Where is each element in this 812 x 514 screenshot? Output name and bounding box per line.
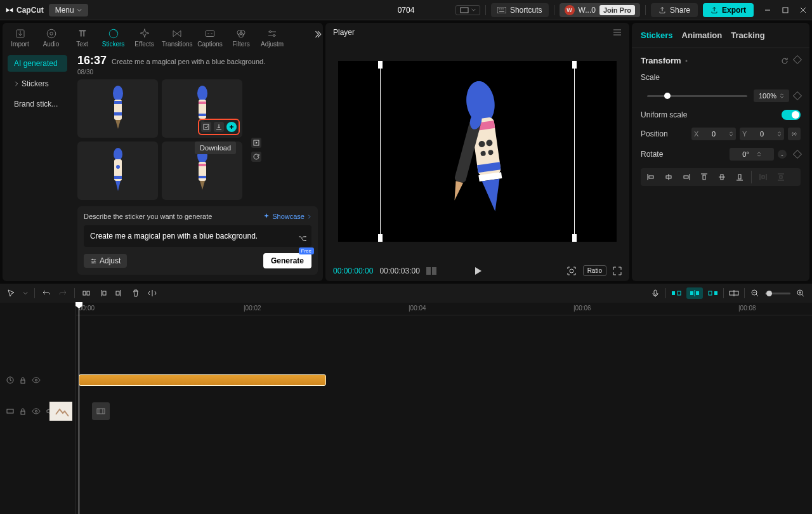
tab-transitions[interactable]: Transitions bbox=[160, 25, 194, 50]
undo-icon[interactable] bbox=[41, 288, 51, 298]
scan-icon[interactable] bbox=[566, 266, 577, 276]
menu-button[interactable]: Menu bbox=[49, 4, 88, 16]
magnet-right-icon[interactable] bbox=[708, 288, 718, 298]
crop-handle-right[interactable] bbox=[574, 61, 575, 242]
export-button[interactable]: Export bbox=[703, 3, 754, 17]
tab-animation[interactable]: Animation bbox=[682, 30, 723, 40]
chevron-down-icon[interactable] bbox=[23, 291, 28, 296]
download-icon[interactable] bbox=[214, 122, 224, 132]
video-track[interactable] bbox=[76, 397, 812, 426]
eye-icon[interactable] bbox=[32, 377, 41, 383]
maximize-button[interactable] bbox=[782, 6, 789, 14]
video-clip-placeholder[interactable] bbox=[92, 402, 110, 420]
tab-stickers-props[interactable]: Stickers bbox=[641, 30, 673, 40]
delete-icon[interactable] bbox=[131, 288, 141, 298]
tab-adjustment[interactable]: Adjustm bbox=[258, 25, 287, 50]
share-button[interactable]: Share bbox=[651, 3, 698, 17]
player-menu-icon[interactable] bbox=[613, 29, 622, 36]
rotate-keyframe-icon[interactable] bbox=[793, 150, 802, 159]
cursor-tool-icon[interactable] bbox=[6, 288, 16, 298]
distribute-v-icon[interactable] bbox=[773, 171, 789, 183]
sidebar-item-brand[interactable]: Brand stick... bbox=[8, 96, 67, 112]
video-thumbnail[interactable] bbox=[49, 402, 72, 421]
split-icon[interactable] bbox=[81, 288, 91, 298]
edit-icon[interactable] bbox=[201, 122, 211, 132]
align-right-icon[interactable] bbox=[679, 171, 694, 183]
adjust-button[interactable]: Adjust bbox=[84, 254, 127, 268]
split-right-icon[interactable] bbox=[114, 288, 124, 298]
aspect-badge[interactable] bbox=[455, 5, 480, 15]
tab-import[interactable]: Import bbox=[5, 25, 35, 50]
user-badge[interactable]: W W...0 Join Pro bbox=[560, 3, 640, 17]
preview-canvas[interactable] bbox=[338, 61, 617, 242]
sidebar-item-stickers[interactable]: Stickers bbox=[8, 76, 67, 92]
mic-icon[interactable] bbox=[650, 288, 660, 298]
add-icon[interactable] bbox=[226, 122, 237, 132]
redo-icon[interactable] bbox=[58, 288, 68, 298]
regenerate-icon[interactable] bbox=[251, 138, 261, 148]
position-x-input[interactable]: X0 bbox=[691, 128, 736, 140]
sticker-track[interactable] bbox=[76, 372, 812, 388]
zoom-in-icon[interactable] bbox=[796, 288, 806, 298]
uniform-scale-toggle[interactable] bbox=[782, 110, 801, 120]
tab-effects[interactable]: Effects bbox=[129, 25, 159, 50]
rotate-reset-icon[interactable]: - bbox=[778, 150, 787, 159]
video-track-icon[interactable] bbox=[6, 407, 14, 415]
align-top-icon[interactable] bbox=[697, 171, 712, 183]
scale-slider[interactable] bbox=[647, 95, 747, 97]
lock-icon[interactable] bbox=[19, 407, 27, 415]
playhead[interactable] bbox=[79, 303, 79, 514]
refresh-icon[interactable] bbox=[251, 152, 261, 162]
close-button[interactable] bbox=[799, 6, 807, 14]
shortcuts-button[interactable]: Shortcuts bbox=[491, 3, 549, 17]
sticker-result-1[interactable] bbox=[77, 79, 158, 138]
reset-icon[interactable] bbox=[780, 56, 789, 65]
align-bottom-icon[interactable] bbox=[732, 171, 747, 183]
generate-button[interactable]: Generate bbox=[263, 253, 311, 268]
sticker-clip[interactable] bbox=[79, 374, 326, 386]
keyframe-icon[interactable] bbox=[793, 55, 802, 63]
sidebar-item-ai-generated[interactable]: AI generated bbox=[8, 55, 67, 72]
position-y-input[interactable]: Y0 bbox=[740, 128, 784, 140]
showcase-button[interactable]: Showcase bbox=[263, 213, 311, 220]
shuffle-icon[interactable] bbox=[298, 234, 306, 243]
preview-track-icon[interactable] bbox=[729, 288, 739, 298]
tab-filters[interactable]: Filters bbox=[226, 25, 256, 50]
sticker-result-2[interactable]: Download bbox=[162, 79, 242, 138]
scale-keyframe-icon[interactable] bbox=[793, 91, 802, 100]
clock-icon[interactable] bbox=[6, 376, 14, 384]
align-center-h-icon[interactable] bbox=[661, 171, 676, 183]
sticker-result-3[interactable] bbox=[77, 142, 158, 200]
timeline-ruler[interactable]: 00:00 |00:02 |00:04 |00:06 |00:08 bbox=[76, 303, 812, 315]
magnet-left-icon[interactable] bbox=[671, 288, 681, 298]
prompt-input[interactable]: Create me a magical pen with a blue back… bbox=[84, 225, 311, 247]
position-link-icon[interactable] bbox=[788, 128, 801, 140]
minimize-button[interactable] bbox=[764, 6, 771, 14]
join-pro-badge[interactable]: Join Pro bbox=[599, 5, 635, 15]
crop-handle-left[interactable] bbox=[380, 61, 381, 242]
fullscreen-icon[interactable] bbox=[613, 267, 622, 275]
scale-value[interactable]: 100% bbox=[754, 89, 789, 102]
tabs-more-button[interactable] bbox=[314, 30, 322, 38]
compare-icon[interactable] bbox=[426, 267, 436, 275]
timeline-body[interactable]: 00:00 |00:02 |00:04 |00:06 |00:08 bbox=[76, 303, 812, 514]
distribute-h-icon[interactable] bbox=[756, 171, 771, 183]
align-center-v-icon[interactable] bbox=[714, 171, 730, 183]
mirror-icon[interactable] bbox=[147, 288, 157, 298]
tab-stickers[interactable]: Stickers bbox=[98, 25, 128, 50]
eye-icon[interactable] bbox=[32, 408, 41, 414]
zoom-out-icon[interactable] bbox=[750, 288, 760, 298]
split-left-icon[interactable] bbox=[98, 288, 108, 298]
tab-captions[interactable]: Captions bbox=[195, 25, 225, 50]
lock-icon[interactable] bbox=[19, 376, 27, 384]
magnet-center-icon[interactable] bbox=[686, 287, 703, 299]
rotate-input[interactable]: 0° bbox=[730, 148, 774, 161]
preview-sticker[interactable] bbox=[440, 81, 516, 221]
zoom-slider[interactable] bbox=[765, 293, 790, 294]
ratio-button[interactable]: Ratio bbox=[583, 265, 606, 276]
play-button[interactable] bbox=[473, 267, 482, 275]
tab-text[interactable]: Text bbox=[67, 25, 97, 50]
tab-tracking[interactable]: Tracking bbox=[731, 30, 764, 40]
tab-audio[interactable]: Audio bbox=[36, 25, 66, 50]
align-left-icon[interactable] bbox=[643, 171, 658, 183]
